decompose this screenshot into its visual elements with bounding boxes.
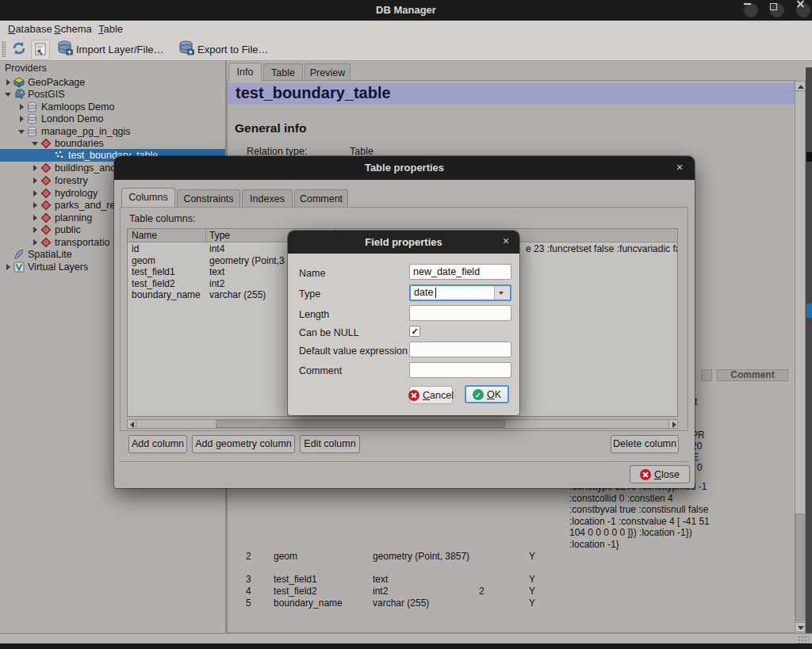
import-layer-label: Import Layer/File…: [76, 44, 164, 55]
can-be-null-label: Can be NULL: [299, 327, 359, 338]
dialog-titlebar[interactable]: Field properties: [288, 231, 519, 254]
window-title: DB Manager: [0, 0, 812, 21]
tree-item-boundaries[interactable]: boundaries: [0, 137, 225, 149]
minimize-button[interactable]: [744, 3, 758, 17]
length-input[interactable]: [409, 305, 511, 321]
menubar: Database Schema Table: [0, 21, 812, 38]
maximize-icon: [770, 3, 777, 10]
expand-arrow-icon[interactable]: [30, 175, 40, 185]
default-expression-text: :consttype 2205 :consttypmod -1 :constco…: [569, 481, 728, 551]
can-be-null-checkbox[interactable]: ✓: [409, 326, 420, 337]
tree-item-geopackage[interactable]: GeoPackage: [0, 76, 225, 88]
scroll-left-button[interactable]: [127, 419, 136, 429]
relation-type-label: Relation type:: [247, 146, 307, 157]
collapse-arrow-icon[interactable]: [3, 89, 13, 99]
scroll-down-button[interactable]: [795, 622, 806, 632]
collapse-arrow-icon[interactable]: [30, 138, 40, 148]
dialog-close-button[interactable]: ×: [499, 235, 513, 249]
expand-arrow-icon[interactable]: [30, 200, 40, 210]
expand-arrow-icon[interactable]: [30, 224, 40, 235]
expand-arrow-icon[interactable]: [17, 113, 27, 124]
tree-item-postgis[interactable]: PostGIS: [0, 88, 225, 100]
scroll-right-button[interactable]: [668, 419, 678, 429]
close-button[interactable]: [796, 3, 810, 17]
tab-info[interactable]: Info: [228, 63, 262, 81]
left-arrow-icon: [130, 422, 134, 428]
import-database-icon: [57, 40, 74, 58]
tab-indexes[interactable]: Indexes: [242, 189, 293, 207]
resize-grip[interactable]: [798, 636, 809, 643]
titlebar[interactable]: DB Manager: [0, 0, 812, 21]
field-properties-dialog: Field properties × Name Type date Length…: [288, 231, 519, 415]
dialog-titlebar[interactable]: Table properties: [114, 156, 695, 180]
ok-button[interactable]: ✓ OK: [465, 385, 509, 403]
export-database-icon: [178, 40, 195, 58]
refresh-button[interactable]: [10, 40, 28, 59]
tab-columns[interactable]: Columns: [121, 188, 175, 207]
close-dialog-button[interactable]: Close: [630, 465, 690, 483]
text-cursor: [435, 288, 436, 298]
tree-item-kamloops-demo[interactable]: Kamloops Demo: [0, 101, 225, 113]
tab-table[interactable]: Table: [263, 63, 303, 81]
close-red-icon: [640, 469, 651, 480]
fields-header-fragment: [701, 369, 712, 381]
expand-arrow-icon[interactable]: [30, 237, 40, 247]
expand-arrow-icon[interactable]: [3, 262, 13, 272]
expand-arrow-icon[interactable]: [30, 162, 40, 173]
schema-icon: [40, 138, 52, 149]
database-icon: [27, 101, 39, 113]
main-scrollbar-thumb[interactable]: [795, 513, 805, 621]
menu-table[interactable]: Table: [94, 21, 128, 38]
type-value: date: [414, 287, 433, 298]
scroll-up-button[interactable]: [795, 81, 806, 91]
virtual-layers-icon: [13, 262, 25, 273]
sql-window-button[interactable]: [31, 40, 50, 60]
schema-icon: [40, 162, 52, 174]
tab-preview[interactable]: Preview: [304, 63, 350, 81]
db-manager-window: DB Manager Database Schema Table: [0, 0, 812, 649]
dialog-close-button[interactable]: ×: [672, 161, 687, 175]
table-heading-band: test_boundary_table: [228, 83, 795, 105]
delete-column-button[interactable]: Delete column: [611, 435, 679, 453]
toolbar-drag-handle[interactable]: [2, 41, 6, 57]
tree-item-manage-pg-in-qgis[interactable]: manage_pg_in_qgis: [0, 125, 225, 137]
tab-constraints[interactable]: Constraints: [177, 189, 240, 207]
general-info-title: General info: [235, 121, 306, 136]
postgis-elephant-icon: [13, 89, 25, 100]
window-bottom-edge: [0, 643, 812, 649]
background-window-edge: [806, 67, 812, 643]
cancel-button[interactable]: Cancel: [409, 386, 453, 404]
comment-label: Comment: [299, 365, 342, 376]
import-layer-button[interactable]: Import Layer/File…: [57, 40, 164, 59]
refresh-icon: [10, 40, 28, 59]
edit-column-button[interactable]: Edit column: [300, 435, 360, 453]
right-arrow-icon: [672, 422, 676, 428]
add-column-button[interactable]: Add column: [128, 435, 187, 453]
expand-arrow-icon[interactable]: [17, 101, 27, 112]
ok-green-icon: ✓: [473, 389, 484, 400]
expand-arrow-icon[interactable]: [3, 77, 13, 87]
hscrollbar-thumb[interactable]: [216, 420, 505, 428]
expand-arrow-icon[interactable]: [30, 212, 40, 223]
minimize-icon: [744, 3, 751, 5]
type-combobox[interactable]: date: [409, 284, 511, 301]
default-expression-input[interactable]: [409, 342, 511, 357]
add-geometry-column-button[interactable]: Add geometry column: [192, 435, 295, 453]
schema-icon: [40, 175, 52, 186]
table-columns-label: Table columns:: [129, 213, 195, 224]
collapse-arrow-icon[interactable]: [17, 126, 27, 136]
fields-header-comment: Comment: [717, 369, 788, 381]
tab-comment[interactable]: Comment: [294, 189, 348, 207]
expand-arrow-icon[interactable]: [30, 188, 40, 198]
comment-input[interactable]: [409, 362, 511, 378]
providers-label: Providers: [5, 63, 47, 74]
name-label: Name: [299, 268, 325, 279]
menu-schema[interactable]: Schema: [49, 21, 97, 38]
maximize-button[interactable]: [770, 3, 784, 17]
name-input[interactable]: [409, 264, 511, 280]
database-icon: [27, 126, 39, 137]
dropdown-arrow-icon[interactable]: [494, 286, 510, 300]
export-file-button[interactable]: Export to File…: [178, 40, 269, 59]
type-label: Type: [299, 288, 320, 300]
tree-item-london-demo[interactable]: London Demo: [0, 113, 225, 124]
